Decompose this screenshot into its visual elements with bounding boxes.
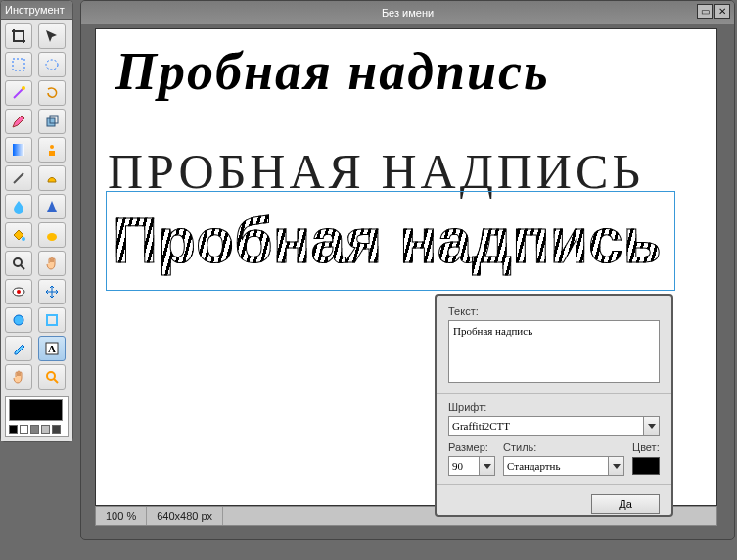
color-wells[interactable] xyxy=(5,396,69,437)
size-field[interactable] xyxy=(448,456,480,476)
svg-rect-3 xyxy=(47,118,55,126)
color-swatch[interactable] xyxy=(632,457,660,475)
svg-point-10 xyxy=(14,258,22,266)
zoom-level[interactable]: 100 % xyxy=(96,507,147,525)
font-dropdown-button[interactable] xyxy=(644,416,660,436)
chevron-down-icon xyxy=(648,424,656,429)
tool-redeye[interactable] xyxy=(5,279,32,304)
close-button[interactable]: ✕ xyxy=(714,4,730,19)
chevron-down-icon xyxy=(613,464,621,469)
toolbox-window: Инструмент A xyxy=(0,0,73,442)
style-label: Стиль: xyxy=(503,442,624,453)
tool-ellipse-select[interactable] xyxy=(38,52,66,77)
svg-point-18 xyxy=(47,372,55,380)
style-field[interactable] xyxy=(503,456,609,476)
palette-swatch[interactable] xyxy=(9,425,18,434)
tool-hand[interactable] xyxy=(38,251,66,276)
tool-blur[interactable] xyxy=(5,194,32,219)
palette-swatch[interactable] xyxy=(41,425,50,434)
tool-text[interactable]: A xyxy=(38,336,66,361)
font-label: Шрифт: xyxy=(448,401,660,413)
style-dropdown-button[interactable] xyxy=(609,456,624,476)
tool-burn[interactable] xyxy=(38,307,66,333)
tool-eyedrop[interactable] xyxy=(5,336,32,361)
text-layer-1[interactable]: Пробная надпись xyxy=(115,41,550,102)
text-layer-3: Пробная надпись xyxy=(113,205,662,277)
palette-swatch[interactable] xyxy=(52,425,61,434)
tool-crop[interactable] xyxy=(5,23,32,49)
tool-pan[interactable] xyxy=(5,364,32,390)
svg-line-11 xyxy=(21,265,24,269)
svg-rect-0 xyxy=(13,59,24,70)
tool-rect-select[interactable] xyxy=(5,52,32,77)
svg-line-7 xyxy=(14,173,23,183)
size-label: Размер: xyxy=(448,442,495,453)
maximize-button[interactable]: ▭ xyxy=(697,4,713,19)
tool-smudge[interactable] xyxy=(38,222,66,248)
tool-figure[interactable] xyxy=(38,137,66,163)
tool-grid: A xyxy=(5,23,69,390)
tool-clone[interactable] xyxy=(38,109,66,134)
text-tool-panel[interactable]: Текст: Шрифт: Размер: Стиль: Цвет: Да xyxy=(435,294,673,517)
svg-point-13 xyxy=(17,290,21,294)
color-label: Цвет: xyxy=(632,442,660,453)
svg-point-9 xyxy=(47,233,57,241)
svg-rect-5 xyxy=(13,144,24,156)
tool-move[interactable] xyxy=(38,279,66,304)
foreground-color[interactable] xyxy=(9,399,63,421)
svg-line-19 xyxy=(54,379,58,383)
canvas-dimensions: 640x480 px xyxy=(147,507,223,525)
svg-point-8 xyxy=(22,237,25,241)
active-text-box[interactable]: Пробная надпись xyxy=(106,191,675,291)
tool-gradient[interactable] xyxy=(5,137,32,163)
tool-pointer[interactable] xyxy=(38,23,66,49)
tool-shape[interactable] xyxy=(38,165,66,191)
tool-find[interactable] xyxy=(38,364,66,390)
svg-point-1 xyxy=(46,60,58,70)
text-label: Текст: xyxy=(448,305,660,317)
document-title: Без имени xyxy=(382,7,434,19)
svg-text:A: A xyxy=(48,343,56,354)
svg-point-2 xyxy=(22,86,25,90)
tool-sharpen[interactable] xyxy=(38,194,66,219)
palette-row xyxy=(9,425,61,434)
tool-fill[interactable] xyxy=(5,222,32,248)
tool-zoom[interactable] xyxy=(5,251,32,276)
ok-button[interactable]: Да xyxy=(591,494,660,514)
text-input[interactable] xyxy=(448,320,660,383)
svg-point-14 xyxy=(14,315,23,325)
tool-line[interactable] xyxy=(5,165,32,191)
document-titlebar[interactable]: Без имени ▭ ✕ xyxy=(81,1,734,24)
tool-wand[interactable] xyxy=(5,80,32,106)
chevron-down-icon xyxy=(484,464,491,469)
toolbox-body: A xyxy=(1,20,72,441)
toolbox-title: Инструмент xyxy=(5,4,65,16)
palette-swatch[interactable] xyxy=(30,425,39,434)
font-field[interactable] xyxy=(448,416,644,436)
toolbox-titlebar[interactable]: Инструмент xyxy=(1,1,72,20)
tool-dodge[interactable] xyxy=(5,307,32,333)
svg-point-6 xyxy=(50,145,54,149)
svg-rect-15 xyxy=(47,315,57,325)
size-dropdown-button[interactable] xyxy=(480,456,495,476)
tool-pencil[interactable] xyxy=(5,109,32,134)
palette-swatch[interactable] xyxy=(20,425,28,434)
tool-lasso[interactable] xyxy=(38,80,66,106)
